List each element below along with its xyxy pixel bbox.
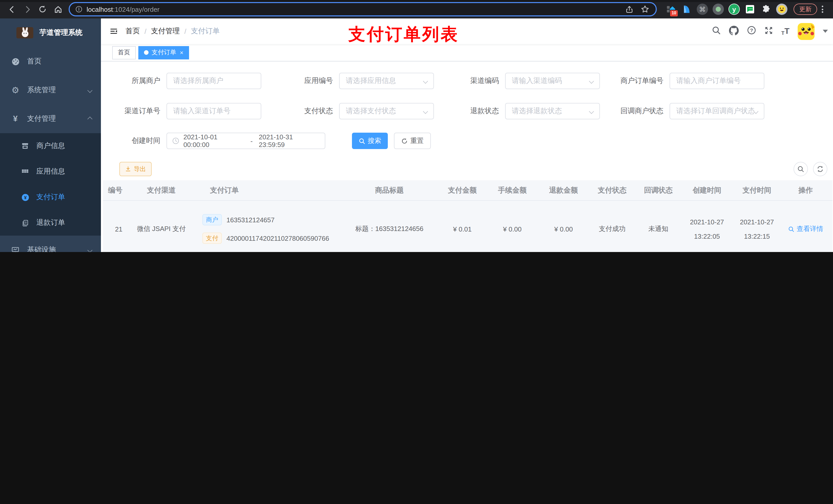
browser-update-button[interactable]: 更新 xyxy=(793,4,817,15)
date-range-input[interactable]: 2021-10-01 00:00:00 - 2021-10-31 23:59:5… xyxy=(166,133,325,149)
sidebar-item-system[interactable]: ⚙ 系统管理 xyxy=(0,76,101,104)
refresh-icon xyxy=(817,165,824,173)
pay-status-select[interactable]: 请选择支付状态 xyxy=(339,103,434,119)
user-avatar[interactable] xyxy=(798,23,814,40)
download-icon xyxy=(125,166,131,172)
col-channel: 支付渠道 xyxy=(125,186,197,195)
screen: localhost:1024/pay/order 10 ⌘ y xyxy=(0,0,833,252)
fullscreen-icon[interactable] xyxy=(764,26,773,37)
tab-pay-order[interactable]: 支付订单 × xyxy=(138,46,189,59)
refund-status-select[interactable]: 请选择退款状态 xyxy=(505,103,600,119)
pay-order-cell: 商户 1635312124657 支付 42000011742021102780… xyxy=(197,214,341,244)
toggle-search-button[interactable] xyxy=(793,162,808,176)
help-icon[interactable]: ? xyxy=(747,26,756,37)
order-id-cell: 21 xyxy=(103,225,125,233)
filter-channel-code: 渠道编码 请输入渠道编码 xyxy=(446,73,600,89)
sidebar-item-refund-order[interactable]: 退款订单 xyxy=(0,210,101,236)
search-icon[interactable] xyxy=(712,26,721,37)
channel-code-select[interactable]: 请输入渠道编码 xyxy=(505,73,600,89)
yen-icon: ¥ xyxy=(10,114,21,123)
search-button[interactable]: 搜索 xyxy=(352,133,388,149)
extension-chat-icon[interactable] xyxy=(743,3,757,16)
merchant-order-no-input[interactable]: 请输入商户订单编号 xyxy=(670,73,764,89)
home-icon[interactable] xyxy=(50,2,66,17)
extensions-puzzle-icon[interactable] xyxy=(759,3,772,16)
sidebar-item-pay-order[interactable]: ¥ 支付订单 xyxy=(0,184,101,210)
site-info-icon[interactable] xyxy=(75,6,82,13)
share-icon[interactable] xyxy=(625,5,633,13)
chevron-down-icon xyxy=(589,109,594,114)
sidebar-item-label: 商户信息 xyxy=(37,141,65,150)
sidebar-item-label: 应用信息 xyxy=(37,167,65,176)
url-host: localhost xyxy=(87,5,113,13)
col-title: 商品标题 xyxy=(341,186,438,195)
tab-close-icon[interactable]: × xyxy=(180,49,184,56)
refresh-table-button[interactable] xyxy=(813,162,827,176)
orders-table: 编号 支付渠道 支付订单 商品标题 支付金额 手续金额 退款金额 支付状态 回调… xyxy=(103,180,832,252)
active-dot xyxy=(144,50,148,55)
pay-time-cell: 2021-10-2713:22:15 xyxy=(733,218,781,240)
chevron-down-icon xyxy=(423,78,428,83)
extension-vue-icon[interactable]: 10 xyxy=(664,3,677,16)
sidebar-item-label: 首页 xyxy=(27,57,42,66)
reset-button[interactable]: 重置 xyxy=(394,133,431,149)
sidebar-item-app-info[interactable]: 应用信息 xyxy=(0,159,101,184)
url-path: :1024/pay/order xyxy=(113,5,160,13)
sidebar-item-home[interactable]: 首页 xyxy=(0,47,101,76)
sidebar-item-infra[interactable]: 基础设施 xyxy=(0,236,101,252)
browser-menu-icon[interactable] xyxy=(822,6,823,13)
forward-icon[interactable] xyxy=(20,2,35,17)
view-detail-link[interactable]: 查看详情 xyxy=(788,224,823,234)
breadcrumb-pay[interactable]: 支付管理 xyxy=(151,27,180,36)
pay-channel-cell: 微信 JSAPI 支付 xyxy=(125,224,197,234)
profile-avatar-icon[interactable] xyxy=(775,3,788,16)
filter-notify-status: 回调商户状态 请选择订单回调商户状态 xyxy=(611,103,764,119)
sidebar-item-label: 系统管理 xyxy=(27,86,56,95)
app-window: 芋道管理系统 首页 ⚙ 系统管理 ¥ 支付管理 xyxy=(0,19,833,252)
document-copy-icon xyxy=(21,219,30,226)
extension-sketch-icon[interactable] xyxy=(680,3,693,16)
filter-label: 所属商户 xyxy=(108,76,166,86)
extension-record-icon[interactable] xyxy=(712,3,725,16)
svg-text:¥: ¥ xyxy=(24,195,27,200)
font-size-icon[interactable]: TT xyxy=(781,27,789,36)
sidebar-item-pay[interactable]: ¥ 支付管理 xyxy=(0,104,101,133)
main-panel: 首页 / 支付管理 / 支付订单 支付订单列表 ? xyxy=(101,19,833,252)
shop-icon xyxy=(21,142,30,150)
filter-label: 渠道订单号 xyxy=(108,106,166,116)
breadcrumb-home[interactable]: 首页 xyxy=(125,27,140,36)
grid-icon xyxy=(21,167,30,176)
back-icon[interactable] xyxy=(4,2,20,17)
tab-home[interactable]: 首页 xyxy=(112,46,136,59)
filter-channel-order-no: 渠道订单号 请输入渠道订单号 xyxy=(108,103,261,119)
refresh-icon xyxy=(401,138,408,144)
address-bar[interactable]: localhost:1024/pay/order xyxy=(69,2,657,16)
notify-status-select[interactable]: 请选择订单回调商户状态 xyxy=(670,103,764,119)
merchant-tag: 商户 xyxy=(203,214,222,225)
hamburger-icon[interactable] xyxy=(101,27,125,36)
filter-label: 应用编号 xyxy=(280,76,339,86)
notify-status-cell: 未通知 xyxy=(635,224,681,234)
github-icon[interactable] xyxy=(729,25,739,37)
sidebar-logo[interactable]: 芋道管理系统 xyxy=(0,19,101,47)
reload-icon[interactable] xyxy=(35,2,50,17)
filter-refund-status: 退款状态 请选择退款状态 xyxy=(446,103,600,119)
sidebar-item-label: 基础设施 xyxy=(27,245,56,252)
merchant-input[interactable]: 请选择所属商户 xyxy=(166,73,261,89)
extension-command-icon[interactable]: ⌘ xyxy=(696,3,709,16)
app-id-select[interactable]: 请选择应用信息 xyxy=(339,73,434,89)
avatar-caret-icon[interactable] xyxy=(823,30,828,33)
bookmark-star-icon[interactable] xyxy=(641,5,649,13)
extension-y-icon[interactable]: y xyxy=(728,3,741,16)
clock-icon xyxy=(172,137,179,144)
sidebar-submenu-pay: 商户信息 应用信息 ¥ 支付订单 xyxy=(0,133,101,236)
magnifier-icon xyxy=(788,225,794,232)
channel-order-no-input[interactable]: 请输入渠道订单号 xyxy=(166,103,261,119)
product-title-cell: 标题：1635312124656 xyxy=(341,224,438,234)
merchant-order-no: 1635312124657 xyxy=(227,216,275,223)
sidebar-item-merchant-info[interactable]: 商户信息 xyxy=(0,133,101,159)
export-button[interactable]: 导出 xyxy=(119,162,152,176)
yen-circle-icon: ¥ xyxy=(21,193,30,201)
sidebar: 芋道管理系统 首页 ⚙ 系统管理 ¥ 支付管理 xyxy=(0,19,101,252)
filter-label: 商户订单编号 xyxy=(611,76,670,86)
